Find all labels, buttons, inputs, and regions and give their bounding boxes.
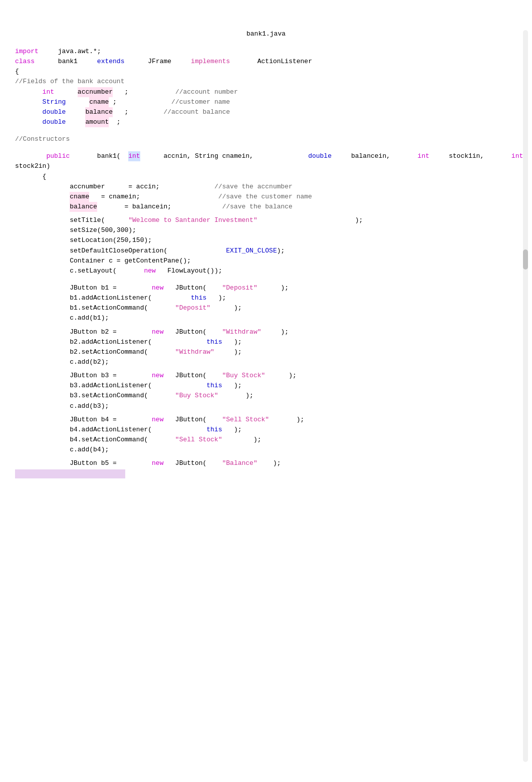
balance-string: "Balance" xyxy=(222,458,257,468)
new-keyword-b1: new xyxy=(152,283,163,293)
fields-comment: //Fields of the bank account xyxy=(15,77,124,87)
container-line: Container c = getContentPane(); xyxy=(15,256,517,266)
constructors-comment: //Constructors xyxy=(15,134,70,144)
settitle-call: setTitle( xyxy=(70,215,105,225)
balance-assign: balance xyxy=(70,202,97,212)
code-area: import java.awt.*; class bank1 extends J… xyxy=(0,47,532,478)
new-keyword-b4: new xyxy=(152,415,163,425)
constructor-name: bank1( xyxy=(97,151,121,161)
comment-save-cname: //save the customer name xyxy=(218,192,312,202)
class-name: bank1 xyxy=(58,57,78,67)
cname-field: cname xyxy=(89,97,109,107)
b2-setaction-line: b2.setActionCommand( "Withdraw" ); xyxy=(15,347,517,357)
exit-on-close: EXIT_ON_CLOSE xyxy=(226,246,277,256)
string-keyword-cname: String xyxy=(43,97,66,107)
comment-balance: //account balance xyxy=(163,107,230,117)
b3-add-line: c.add(b3); xyxy=(15,401,517,411)
scrollbar-thumb[interactable] xyxy=(523,249,528,270)
comment-accnumber: //account number xyxy=(175,87,238,97)
b5-decl-line: JButton b5 = new JButton( "Balance" ); xyxy=(15,458,517,468)
b2-decl-line: JButton b2 = new JButton( "Withdraw" ); xyxy=(15,327,517,337)
b3-decl-line: JButton b3 = new JButton( "Buy Stock" ); xyxy=(15,371,517,381)
new-keyword-b2: new xyxy=(152,327,163,337)
int-keyword-stock2: int xyxy=(511,151,523,161)
deposit-cmd-string: "Deposit" xyxy=(175,303,210,313)
int-keyword-constructor: int xyxy=(128,151,140,161)
b4-add-line: c.add(b4); xyxy=(15,445,517,455)
double-keyword-amount: double xyxy=(43,117,66,127)
class-line: class bank1 extends JFrame implements Ac… xyxy=(15,57,517,67)
fields-comment-line: //Fields of the bank account xyxy=(15,77,517,87)
import-line: import java.awt.*; xyxy=(15,47,517,57)
accnin-param: accnin, String cnamein, xyxy=(163,151,253,161)
setlocation-line: setLocation(250,150); xyxy=(15,235,517,245)
this-keyword-b3: this xyxy=(206,381,222,391)
scrollbar[interactable] xyxy=(523,30,528,762)
double-keyword-constructor: double xyxy=(308,151,332,161)
this-keyword-b4: this xyxy=(206,425,222,435)
implements-keyword: implements xyxy=(191,57,230,67)
balancein-param: balancein, xyxy=(351,151,390,161)
setsize-line: setSize(500,300); xyxy=(15,225,517,235)
this-keyword-b2: this xyxy=(206,337,222,347)
b2-addaction-line: b2.addActionListener( this ); xyxy=(15,337,517,347)
assign-cname-line: cname = cnamein; //save the customer nam… xyxy=(15,192,517,202)
extends-keyword: extends xyxy=(97,57,125,67)
b1-add-line: c.add(b1); xyxy=(15,313,517,323)
stock1in-param: stock1in, xyxy=(449,151,484,161)
this-keyword-b1: this xyxy=(191,293,206,303)
open-brace-line: { xyxy=(15,67,517,77)
withdraw-string: "Withdraw" xyxy=(222,327,261,337)
withdraw-cmd-string: "Withdraw" xyxy=(175,347,214,357)
field-balance-line: double balance ; //account balance xyxy=(15,107,517,117)
b3-setaction-line: b3.setActionCommand( "Buy Stock" ); xyxy=(15,391,517,401)
field-accnumber-line: int accnumber ; //account number xyxy=(15,87,517,97)
comment-save-balance: //save the balance xyxy=(222,202,292,212)
jframe-name: JFrame xyxy=(148,57,171,67)
page-container: bank1.java import java.awt.*; class bank… xyxy=(0,0,532,782)
accnumber-assign: accnumber xyxy=(70,182,105,192)
comment-save-accnumber: //save the accnumber xyxy=(214,182,293,192)
sellstock-cmd-string: "Sell Stock" xyxy=(175,435,222,445)
accnumber-field: accnumber xyxy=(78,87,113,97)
b4-addaction-line: b4.addActionListener( this ); xyxy=(15,425,517,435)
b4-setaction-line: b4.setActionCommand( "Sell Stock" ); xyxy=(15,435,517,445)
new-keyword-b5: new xyxy=(152,458,163,468)
buystock-string: "Buy Stock" xyxy=(222,371,265,381)
settitle-line: setTitle( "Welcome to Santander Investme… xyxy=(15,215,517,225)
b1-decl-line: JButton b1 = new JButton( "Deposit" ); xyxy=(15,283,517,293)
settitle-string: "Welcome to Santander Investment" xyxy=(128,215,257,225)
setdefaultclose-line: setDefaultCloseOperation( EXIT_ON_CLOSE)… xyxy=(15,246,517,256)
field-cname-line: String cname ; //customer name xyxy=(15,97,517,107)
setlayout-line: c.setLayout( new FlowLayout()); xyxy=(15,266,517,276)
import-keyword: import xyxy=(15,47,39,57)
balance-field: balance xyxy=(85,107,113,117)
constructor-sig-line2: stock2in) xyxy=(15,161,517,171)
b1-setaction-line: b1.setActionCommand( "Deposit" ); xyxy=(15,303,517,313)
comment-cname: //customer name xyxy=(171,97,230,107)
cname-assign: cname xyxy=(70,192,89,202)
b3-addaction-line: b3.addActionListener( this ); xyxy=(15,381,517,391)
actionlistener-name: ActionListener xyxy=(257,57,312,67)
b1-addaction-line: b1.addActionListener( this ); xyxy=(15,293,517,303)
new-keyword-layout: new xyxy=(144,266,155,276)
b5-selected-continuation xyxy=(15,469,125,478)
amount-field: amount xyxy=(85,117,109,127)
assign-accnumber-line: accnumber = accin; //save the accnumber xyxy=(15,182,517,192)
double-keyword-balance: double xyxy=(43,107,66,117)
constructor-sig-line1: public bank1( int accnin, String cnamein… xyxy=(15,151,517,161)
public-keyword: public xyxy=(46,151,70,161)
new-keyword-b3: new xyxy=(152,371,163,381)
file-title: bank1.java xyxy=(0,30,532,38)
constructor-open-brace: { xyxy=(15,172,517,182)
stock2in-param: stock2in) xyxy=(15,161,50,171)
assign-balance-line: balance = balancein; //save the balance xyxy=(15,202,517,212)
field-amount-line: double amount ; xyxy=(15,117,517,127)
buystock-cmd-string: "Buy Stock" xyxy=(175,391,218,401)
sellstock-string: "Sell Stock" xyxy=(222,415,270,425)
int-keyword-acc: int xyxy=(43,87,54,97)
constructors-comment-line: //Constructors xyxy=(15,134,517,144)
deposit-string: "Deposit" xyxy=(222,283,257,293)
b4-decl-line: JButton b4 = new JButton( "Sell Stock" )… xyxy=(15,415,517,425)
int-keyword-stock1: int xyxy=(418,151,429,161)
